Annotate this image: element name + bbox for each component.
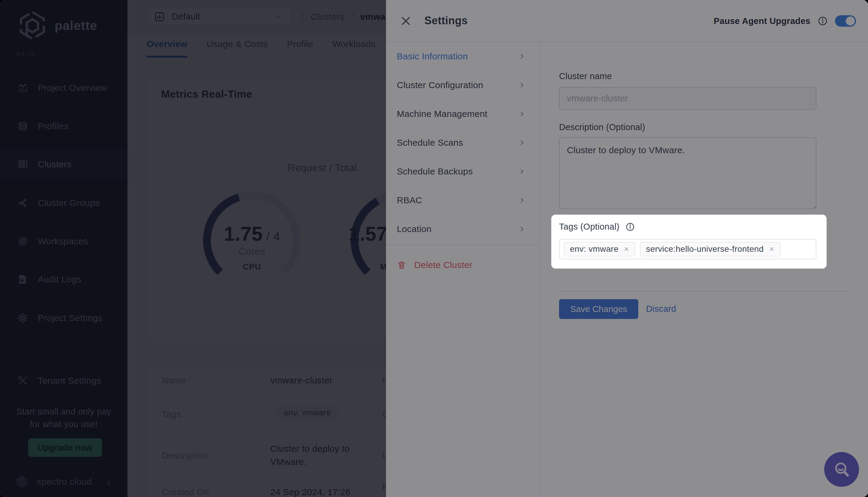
tab-profile[interactable]: Profile <box>287 39 313 58</box>
tag-chip-env-vmware: env: vmware × <box>564 242 635 256</box>
sidebar-item-audit-logs[interactable]: Audit Logs <box>0 265 127 294</box>
info-icon[interactable] <box>817 16 828 26</box>
menu-item-schedule-backups[interactable]: Schedule Backups <box>386 157 539 186</box>
cpu-gauge-value: 1.75 / 4 <box>201 223 303 245</box>
sidebar-item-tenant-settings[interactable]: Tenant Settings <box>0 366 127 395</box>
settings-title: Settings <box>424 14 467 27</box>
tab-workloads[interactable]: Workloads <box>332 39 376 58</box>
cluster-name-input[interactable] <box>559 87 816 110</box>
chevron-right-icon <box>518 110 526 118</box>
settings-drawer: Settings Pause Agent Upgrades Basic Info… <box>386 0 868 497</box>
description-label: Description (Optional) <box>559 122 645 132</box>
remove-tag-icon[interactable]: × <box>769 244 774 254</box>
cpu-gauge: 1.75 / 4 Cores CPU <box>201 189 303 292</box>
file-search-icon <box>17 274 28 285</box>
sidebar-item-label: Profiles <box>38 121 68 131</box>
form-divider <box>559 291 849 292</box>
cpu-gauge-unit: Cores <box>201 246 303 257</box>
description-textarea[interactable]: Cluster to deploy to VMware. <box>559 137 816 209</box>
breadcrumb-clusters-link[interactable]: Clusters <box>311 12 344 22</box>
cluster-name-label: Cluster name <box>559 71 612 81</box>
sidebar-collapse-icon[interactable]: ‹ <box>107 476 111 488</box>
tags-label: Tags (Optional) <box>559 222 619 232</box>
sidebar-item-project-settings[interactable]: Project Settings <box>0 304 127 332</box>
chevron-right-icon <box>518 167 526 176</box>
menu-item-cluster-configuration[interactable]: Cluster Configuration <box>386 71 539 100</box>
palette-logo-icon <box>17 9 48 43</box>
menu-divider <box>386 245 539 245</box>
cluster-tabs: Overview Usage & Costs Profile Workloads <box>147 39 376 58</box>
app-window: palette 4.4.19 Project Overview Profiles <box>0 0 868 497</box>
spectro-cloud-wordmark: spectro cloud <box>37 477 92 487</box>
discard-button[interactable]: Discard <box>646 304 676 314</box>
tag-chip-service-hello-universe-frontend: service:hello-universe-frontend × <box>640 242 781 256</box>
layers-icon <box>17 121 28 132</box>
chevron-right-icon <box>518 225 526 233</box>
sidebar-item-profiles[interactable]: Profiles <box>0 112 127 141</box>
orbit-icon <box>17 236 28 247</box>
breadcrumb-separator: / <box>302 12 304 22</box>
spectro-cloud-logo-icon <box>13 473 31 491</box>
chevron-right-icon <box>518 52 526 60</box>
info-icon[interactable] <box>625 222 635 232</box>
sidebar-item-label: Clusters <box>38 159 71 169</box>
delete-cluster-button[interactable]: Delete Cluster <box>386 251 539 279</box>
metrics-title: Metrics Real-Time <box>161 88 252 100</box>
sidebar-item-clusters[interactable]: Clusters <box>0 150 127 179</box>
brand-logo-row: palette <box>17 9 97 43</box>
upgrade-promo-text: Start small and only pay for what you us… <box>0 405 127 430</box>
sidebar-item-label: Cluster Groups <box>38 198 100 208</box>
bar-chart-icon <box>17 82 28 93</box>
metrics-legend-request-total: Request / Total <box>288 162 357 173</box>
tools-icon <box>17 375 28 386</box>
sidebar-item-workspaces[interactable]: Workspaces <box>0 227 127 256</box>
server-icon <box>17 159 28 170</box>
chevron-right-icon <box>518 81 526 89</box>
trash-icon <box>397 260 406 270</box>
settings-menu: Basic Information Cluster Configuration … <box>386 42 540 497</box>
gear-icon <box>17 313 28 324</box>
sidebar-footer: spectro cloud ‹ <box>0 466 127 497</box>
menu-item-machine-management[interactable]: Machine Management <box>386 100 539 128</box>
menu-item-schedule-scans[interactable]: Schedule Scans <box>386 128 539 157</box>
pause-agent-upgrades-toggle[interactable] <box>835 15 856 27</box>
sidebar-footer-divider <box>0 463 127 463</box>
chevron-right-icon <box>518 196 526 204</box>
chevron-down-icon <box>275 12 283 21</box>
app-version: 4.4.19 <box>16 50 34 58</box>
menu-item-rbac[interactable]: RBAC <box>386 186 539 215</box>
brand-name: palette <box>55 18 97 33</box>
help-search-fab[interactable] <box>824 452 859 487</box>
sidebar: palette 4.4.19 Project Overview Profiles <box>0 0 127 497</box>
tags-input[interactable]: env: vmware × service:hello-universe-fro… <box>559 239 816 259</box>
menu-item-basic-information[interactable]: Basic Information <box>386 42 539 71</box>
project-selector-value: Default <box>172 12 200 22</box>
magnifier-smile-icon <box>832 459 852 479</box>
pause-agent-upgrades-group: Pause Agent Upgrades <box>714 0 856 42</box>
cpu-gauge-caption: CPU <box>201 262 303 272</box>
sidebar-item-cluster-groups[interactable]: Cluster Groups <box>0 188 127 217</box>
tab-overview[interactable]: Overview <box>147 39 187 58</box>
tab-usage-costs[interactable]: Usage & Costs <box>207 39 268 58</box>
close-icon[interactable] <box>400 15 412 27</box>
upgrade-now-button[interactable]: Upgrade now <box>28 438 102 457</box>
node-graph-icon <box>17 198 28 208</box>
sidebar-item-label: Audit Logs <box>38 274 81 284</box>
sidebar-item-label: Tenant Settings <box>38 375 101 386</box>
save-changes-button[interactable]: Save Changes <box>559 299 638 319</box>
sidebar-item-label: Project Settings <box>38 313 102 323</box>
settings-header: Settings Pause Agent Upgrades <box>386 0 868 42</box>
tag-chip: env: vmware <box>276 406 339 420</box>
breadcrumb-separator: / <box>351 12 354 22</box>
project-selector[interactable]: Default <box>147 8 291 26</box>
pause-agent-upgrades-label: Pause Agent Upgrades <box>714 16 810 26</box>
sidebar-item-project-overview[interactable]: Project Overview <box>0 73 127 102</box>
toggle-knob <box>846 16 855 26</box>
menu-item-location[interactable]: Location <box>386 215 539 243</box>
project-chart-icon <box>154 11 165 23</box>
chevron-right-icon <box>518 139 526 147</box>
remove-tag-icon[interactable]: × <box>624 244 629 254</box>
sidebar-item-label: Workspaces <box>38 236 88 246</box>
tags-label-row: Tags (Optional) <box>559 222 635 232</box>
sidebar-item-label: Project Overview <box>38 83 107 93</box>
